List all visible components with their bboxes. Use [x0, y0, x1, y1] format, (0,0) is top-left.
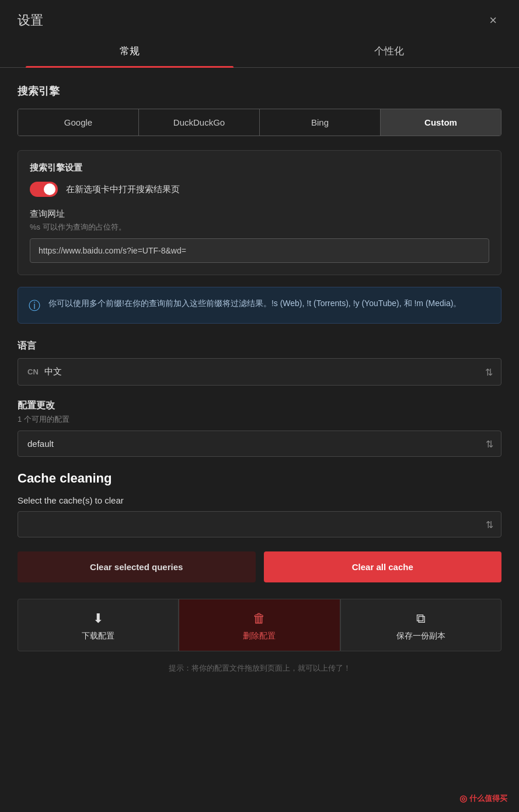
- language-selector[interactable]: CN 中文 ⇅: [18, 358, 501, 386]
- watermark-label: 什么值得买: [469, 793, 507, 804]
- modal-title: 设置: [18, 12, 43, 29]
- cache-buttons: Clear selected queries Clear all cache: [18, 551, 501, 582]
- modal-header: 设置 ×: [0, 0, 519, 35]
- search-engine-settings-card: 搜索引擎设置 在新选项卡中打开搜索结果页 查询网址 %s 可以作为查询的占位符。: [18, 150, 501, 275]
- query-url-label: 查询网址: [30, 209, 489, 220]
- download-label: 下载配置: [82, 631, 114, 641]
- se-btn-bing[interactable]: Bing: [260, 109, 381, 136]
- delete-label: 删除配置: [243, 631, 276, 641]
- settings-card-title: 搜索引擎设置: [30, 162, 489, 173]
- save-copy-label: 保存一份副本: [396, 631, 445, 641]
- copy-icon: ⧉: [416, 611, 426, 626]
- info-box: ⓘ 你可以使用多个前缀!在你的查询前加入这些前缀将过滤结果。!s (Web), …: [18, 287, 501, 324]
- query-url-input[interactable]: [30, 238, 489, 263]
- config-select[interactable]: default: [18, 431, 501, 457]
- trash-icon: 🗑: [253, 611, 266, 626]
- search-engine-selector: Google DuckDuckGo Bing Custom: [18, 109, 501, 136]
- se-btn-duckduckgo[interactable]: DuckDuckGo: [139, 109, 260, 136]
- close-button[interactable]: ×: [485, 12, 501, 29]
- delete-config-button[interactable]: 🗑 删除配置: [179, 599, 340, 651]
- config-select-wrapper: default ⇅: [18, 431, 501, 457]
- clear-selected-button[interactable]: Clear selected queries: [18, 551, 256, 582]
- toggle-label: 在新选项卡中打开搜索结果页: [66, 184, 180, 195]
- tab-general[interactable]: 常规: [0, 35, 260, 67]
- tab-personalize[interactable]: 个性化: [260, 35, 520, 67]
- cache-title: Cache cleaning: [18, 471, 501, 486]
- action-buttons: ⬇ 下载配置 🗑 删除配置 ⧉ 保存一份副本: [18, 599, 501, 651]
- footer-hint: 提示：将你的配置文件拖放到页面上，就可以上传了！: [18, 663, 501, 679]
- se-btn-google[interactable]: Google: [18, 109, 139, 136]
- config-subtitle: 1 个可用的配置: [18, 414, 501, 425]
- toggle-row: 在新选项卡中打开搜索结果页: [30, 182, 489, 197]
- watermark-icon: ◎: [459, 793, 467, 804]
- open-in-new-tab-toggle[interactable]: [30, 182, 58, 197]
- search-engine-section-title: 搜索引擎: [18, 84, 501, 98]
- save-copy-button[interactable]: ⧉ 保存一份副本: [340, 599, 501, 651]
- language-label: 语言: [18, 340, 501, 352]
- config-label: 配置更改: [18, 400, 501, 412]
- cache-select-wrapper: ⇅: [18, 511, 501, 537]
- tabs-bar: 常规 个性化: [0, 35, 519, 68]
- main-content: 搜索引擎 Google DuckDuckGo Bing Custom 搜索引擎设…: [0, 68, 519, 697]
- download-config-button[interactable]: ⬇ 下载配置: [18, 599, 179, 651]
- language-flag: CN: [27, 367, 39, 376]
- query-url-hint: %s 可以作为查询的占位符。: [30, 222, 489, 233]
- download-icon: ⬇: [93, 611, 103, 626]
- watermark: ◎ 什么值得买: [459, 793, 507, 804]
- language-value: 中文: [44, 366, 492, 377]
- info-icon: ⓘ: [29, 298, 40, 314]
- settings-modal: 设置 × 常规 个性化 搜索引擎 Google DuckDuckGo Bing …: [0, 0, 519, 812]
- clear-all-cache-button[interactable]: Clear all cache: [264, 551, 502, 582]
- cache-select[interactable]: [18, 511, 501, 537]
- info-text: 你可以使用多个前缀!在你的查询前加入这些前缀将过滤结果。!s (Web), !t…: [48, 297, 461, 310]
- se-btn-custom[interactable]: Custom: [381, 109, 501, 136]
- cache-select-label: Select the cache(s) to clear: [18, 495, 501, 505]
